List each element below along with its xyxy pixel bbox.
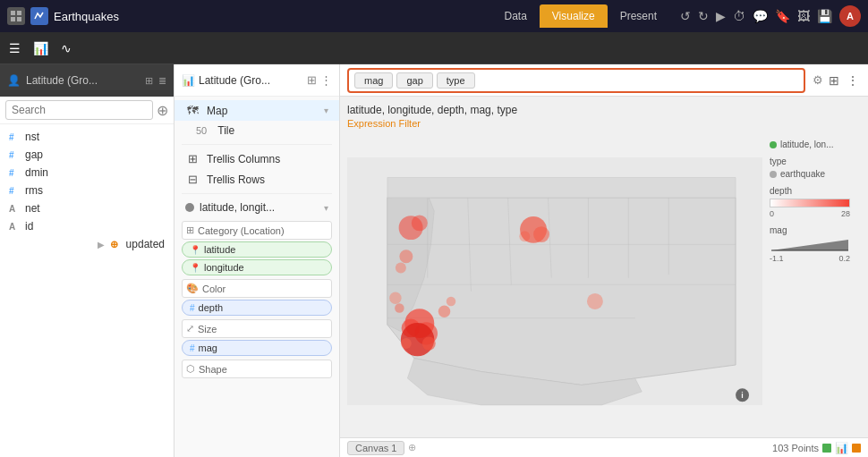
- bookmark-icon[interactable]: 🔖: [775, 9, 790, 23]
- svg-point-28: [447, 297, 455, 306]
- legend-section-depth: depth 0 28: [770, 186, 854, 218]
- filter-pills-container: mag gap type: [347, 68, 805, 93]
- wave-icon[interactable]: ∿: [57, 39, 75, 57]
- legend-item-latlon: latitude, lon...: [770, 140, 854, 149]
- legend-type-title: type: [770, 157, 854, 166]
- middle-panel-header: 📊 Latitude (Gro... ⊞ ⋮: [174, 64, 339, 97]
- encoding-section: ⊞ Category (Location) 📍 latitude 📍 longi…: [174, 217, 339, 385]
- marks-settings-icon[interactable]: ⊞: [307, 73, 317, 87]
- svg-rect-1: [17, 11, 21, 15]
- encoding-header-size[interactable]: ⤢ Size: [182, 319, 332, 338]
- encoding-pill-mag[interactable]: # mag: [182, 340, 332, 356]
- image-icon[interactable]: 🖼: [797, 9, 810, 23]
- second-toolbar: ☰ 📊 ∿: [0, 32, 868, 64]
- pin-icon-latitude: 📍: [190, 245, 200, 255]
- filter-pill-mag[interactable]: mag: [354, 72, 393, 89]
- undo-icon[interactable]: ↺: [680, 9, 691, 23]
- size-header-icon: ⤢: [186, 323, 194, 334]
- viz-option-map[interactable]: 🗺 Map ▾: [174, 100, 339, 121]
- field-item-id[interactable]: A id: [0, 217, 174, 235]
- field-item-updated[interactable]: ▶ ⊕ updated: [0, 235, 174, 253]
- pill-label-longitude: longitude: [204, 262, 244, 273]
- redo-icon[interactable]: ↻: [698, 9, 709, 23]
- svg-rect-0: [11, 11, 15, 15]
- marks-more-icon[interactable]: ⋮: [320, 73, 332, 87]
- left-panel-header: 👤 Latitude (Gro... ⊞ ≣: [0, 64, 174, 97]
- encoding-pill-depth[interactable]: # depth: [182, 300, 332, 316]
- encoding-header-shape[interactable]: ⬡ Shape: [182, 360, 332, 378]
- field-name-id: id: [25, 220, 33, 233]
- chart-icon[interactable]: 📊: [30, 39, 52, 57]
- chart-bottom-icon[interactable]: 📊: [835, 442, 848, 454]
- field-list: # nst # gap # dmin # rms A net A id: [0, 124, 174, 457]
- nav-tab-data[interactable]: Data: [491, 4, 539, 28]
- status-orange-icon: [852, 444, 861, 453]
- field-type-icon-rms: #: [9, 186, 20, 196]
- field-type-icon-id: A: [9, 222, 20, 232]
- encoding-label-location: Category (Location): [198, 225, 328, 236]
- filter-pill-gap[interactable]: gap: [396, 72, 432, 89]
- field-type-icon-net: A: [9, 204, 20, 214]
- schedule-icon[interactable]: ⏱: [733, 9, 745, 23]
- legend-mag-min: -1.1: [770, 254, 784, 263]
- canvas-tab-button[interactable]: Canvas 1: [347, 441, 404, 455]
- left-panel: 👤 Latitude (Gro... ⊞ ≣ ⊕ # nst # gap # d…: [0, 64, 174, 457]
- marks-section-header[interactable]: latitude, longit... ▾: [174, 198, 339, 217]
- field-type-icon-updated: ⊕: [110, 239, 121, 250]
- add-field-button[interactable]: ⊕: [157, 102, 168, 119]
- expand-icon-updated: ▶: [98, 240, 105, 250]
- nav-tab-visualize[interactable]: Visualize: [540, 4, 608, 28]
- legend-range-mag: -1.1 0.2: [770, 254, 850, 263]
- viz-title: latitude, longitude, depth, mag, type: [347, 104, 861, 116]
- viz-option-trellis-columns[interactable]: ⊞ Trellis Columns: [174, 148, 339, 169]
- save-icon[interactable]: 💾: [817, 9, 832, 23]
- add-canvas-icon[interactable]: ⊕: [408, 442, 416, 453]
- viz-content: latitude, longitude, depth, mag, type Ex…: [340, 97, 868, 437]
- viz-option-trellis-rows[interactable]: ⊟ Trellis Rows: [174, 169, 339, 190]
- logo-icon: [30, 7, 48, 25]
- field-name-nst: nst: [25, 131, 39, 143]
- comment-icon[interactable]: 💬: [753, 9, 768, 23]
- field-type-icon-gap: #: [9, 150, 20, 160]
- legend-label-earthquake: earthquake: [780, 169, 825, 179]
- map-dropdown-icon[interactable]: ▾: [324, 106, 328, 115]
- map-container[interactable]: i: [347, 132, 762, 430]
- panel-settings-icon[interactable]: ⊞: [145, 75, 153, 87]
- middle-content: 🗺 Map ▾ 50 Tile ⊞ Trellis Columns ⊟ Trel…: [174, 97, 339, 457]
- svg-point-27: [438, 305, 450, 317]
- svg-point-31: [533, 226, 549, 242]
- svg-point-25: [422, 337, 436, 351]
- encoding-pill-longitude[interactable]: 📍 longitude: [182, 259, 332, 275]
- field-type-icon-nst: #: [9, 132, 20, 142]
- play-icon[interactable]: ▶: [716, 9, 726, 23]
- user-avatar[interactable]: A: [839, 5, 861, 27]
- viz-more-icon[interactable]: ⋮: [845, 72, 861, 89]
- viz-label-trellis-columns: Trellis Columns: [207, 153, 280, 165]
- panel-columns-icon[interactable]: ≣: [158, 75, 166, 87]
- field-item-net[interactable]: A net: [0, 199, 174, 217]
- middle-panel: 📊 Latitude (Gro... ⊞ ⋮ 🗺 Map ▾ 50 Tile ⊞: [174, 64, 340, 457]
- field-item-dmin[interactable]: # dmin: [0, 164, 174, 182]
- field-item-rms[interactable]: # rms: [0, 182, 174, 199]
- viz-settings-icon[interactable]: ⊞: [827, 72, 841, 89]
- filter-edit-icon[interactable]: ⚙: [813, 73, 823, 87]
- table-icon[interactable]: ☰: [5, 39, 24, 57]
- marks-dropdown-icon[interactable]: ▾: [324, 203, 328, 213]
- encoding-group-location: ⊞ Category (Location) 📍 latitude 📍 longi…: [182, 221, 332, 275]
- field-item-gap[interactable]: # gap: [0, 146, 174, 164]
- svg-rect-3: [17, 17, 21, 21]
- filter-pill-type[interactable]: type: [437, 72, 475, 89]
- status-green-icon: [822, 444, 831, 453]
- search-input[interactable]: [5, 100, 153, 120]
- encoding-header-color[interactable]: 🎨 Color: [182, 279, 332, 298]
- svg-point-18: [396, 263, 406, 274]
- nav-tab-present[interactable]: Present: [608, 4, 669, 28]
- encoding-header-location[interactable]: ⊞ Category (Location): [182, 221, 332, 240]
- viz-option-tile[interactable]: 50 Tile: [174, 121, 339, 140]
- legend-mag-title: mag: [770, 225, 854, 235]
- encoding-pill-latitude[interactable]: 📍 latitude: [182, 241, 332, 258]
- svg-point-20: [395, 303, 404, 312]
- svg-text:i: i: [741, 391, 744, 400]
- legend-label-latlon: latitude, lon...: [780, 140, 833, 149]
- field-item-nst[interactable]: # nst: [0, 128, 174, 146]
